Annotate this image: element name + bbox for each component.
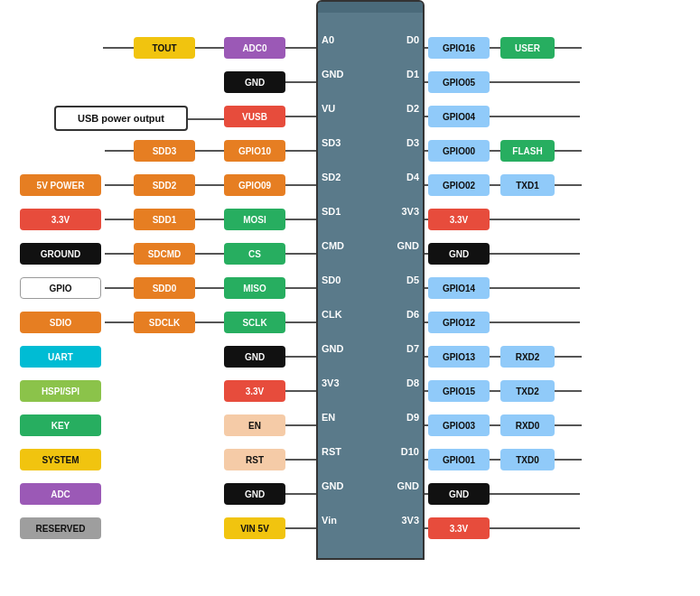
pin-box: VUSB <box>224 106 285 127</box>
pin-box: 5V POWER <box>20 174 101 196</box>
pin-box: GPIO03 <box>428 414 490 436</box>
pin-box: GPIO16 <box>428 37 490 59</box>
pin-box: UART <box>20 346 101 368</box>
pin-box: ADC <box>20 483 101 505</box>
pin-box: GND <box>224 71 285 93</box>
pin-box: SCLK <box>224 312 285 333</box>
connector-line <box>285 459 316 461</box>
connector-line <box>285 287 316 289</box>
connector-line <box>490 287 580 289</box>
pin-box: GPIO09 <box>224 174 285 196</box>
pin-box: TXD2 <box>500 380 555 402</box>
pin-box: GND <box>224 483 285 505</box>
pin-box: ADC0 <box>224 37 285 59</box>
connector-line <box>490 424 500 426</box>
chip-pin-left: GND <box>322 69 343 79</box>
connector-line <box>285 527 316 529</box>
connector-line <box>490 459 500 461</box>
connector-line <box>425 116 428 117</box>
connector-line <box>105 219 134 220</box>
pin-box: 3.3V <box>428 517 490 539</box>
connector-line <box>105 287 134 289</box>
pin-box: KEY <box>20 414 101 436</box>
pin-box: CS <box>224 243 285 265</box>
connector-line <box>490 527 580 529</box>
connector-line <box>285 356 316 358</box>
chip-pin-left: A0 <box>322 34 334 45</box>
pin-box: SDIO <box>20 312 101 333</box>
pin-box: GPIO <box>20 277 101 299</box>
connector-line <box>285 390 316 392</box>
chip-pin-right: GND <box>397 480 419 491</box>
pin-box: HSPI/SPI <box>20 380 101 402</box>
connector-line <box>105 253 134 255</box>
chip-pin-left: VU <box>322 103 335 114</box>
pin-box: SDCMD <box>134 243 195 265</box>
pin-box: TXD1 <box>500 174 555 196</box>
pin-box: SDCLK <box>134 312 195 333</box>
chip-pin-left: GND <box>322 480 343 491</box>
chip-pin-right: D2 <box>406 103 419 114</box>
pin-box: GPIO00 <box>428 140 490 162</box>
connector-line <box>425 356 428 358</box>
chip-pin-right: D3 <box>406 137 419 148</box>
chip-pin-right: D5 <box>406 275 419 285</box>
chip-pin-right: D6 <box>406 309 419 320</box>
connector-line <box>105 321 134 323</box>
pin-box: SDD3 <box>134 140 195 162</box>
connector-line <box>555 459 582 461</box>
pin-box: TOUT <box>134 37 195 59</box>
connector-line <box>425 47 428 49</box>
chip-pin-right: GND <box>397 240 419 251</box>
pin-box: FLASH <box>500 140 555 162</box>
connector-line <box>425 390 428 392</box>
chip-pin-right: D8 <box>406 377 419 388</box>
chip-pin-right: D4 <box>406 172 419 182</box>
pin-box: EN <box>224 414 285 436</box>
pin-box: GPIO13 <box>428 346 490 368</box>
connector-line <box>425 253 428 255</box>
connector-line <box>555 150 582 152</box>
connector-line <box>555 390 582 392</box>
pin-box: MISO <box>224 277 285 299</box>
connector-line <box>555 47 582 49</box>
connector-line <box>285 47 316 49</box>
connector-line <box>285 321 316 323</box>
connector-line <box>490 253 580 255</box>
pin-box: USER <box>500 37 555 59</box>
pin-box: MOSI <box>224 209 285 230</box>
connector-line <box>285 424 316 426</box>
pin-box: RST <box>224 449 285 470</box>
connector-line <box>188 118 224 120</box>
chip-pin-left: CMD <box>322 240 344 251</box>
pin-box: GPIO01 <box>428 449 490 470</box>
pin-box: SDD2 <box>134 174 195 196</box>
connector-line <box>555 356 582 358</box>
connector-line <box>195 287 224 289</box>
pin-box: SDD0 <box>134 277 195 299</box>
pin-box: GPIO15 <box>428 380 490 402</box>
chip-pin-left: CLK <box>322 309 342 320</box>
connector-line <box>425 493 428 495</box>
connector-line <box>425 527 428 529</box>
connector-line <box>103 47 134 49</box>
pin-box: GPIO14 <box>428 277 490 299</box>
connector-line <box>490 219 580 220</box>
chip-pin-right: 3V3 <box>401 515 419 526</box>
chip-pin-right: D7 <box>406 343 419 354</box>
pin-box: GPIO10 <box>224 140 285 162</box>
connector-line <box>285 219 316 220</box>
pin-box: 3.3V <box>224 380 285 402</box>
chip-pin-left: Vin <box>322 515 337 526</box>
chip-pin-left: EN <box>322 412 335 423</box>
connector-line <box>425 81 428 83</box>
connector-line <box>555 424 582 426</box>
pin-box: 3.3V <box>20 209 101 230</box>
chip-pin-left: GND <box>322 343 343 354</box>
chip-title <box>318 2 423 13</box>
chip-pin-right: D0 <box>406 34 419 45</box>
pin-box: GROUND <box>20 243 101 265</box>
usb-power-label: USB power output <box>54 106 188 131</box>
connector-line <box>425 424 428 426</box>
pin-box: TXD0 <box>500 449 555 470</box>
